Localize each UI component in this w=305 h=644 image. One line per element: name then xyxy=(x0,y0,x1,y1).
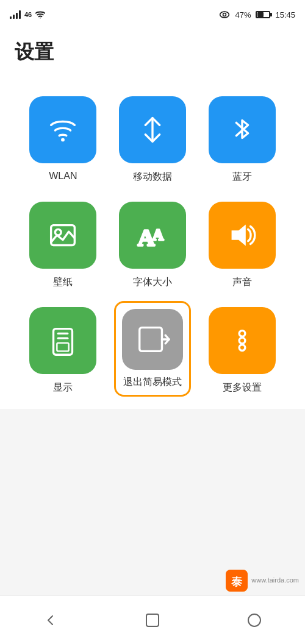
watermark: 泰 www.tairda.com xyxy=(226,570,299,592)
bottom-nav xyxy=(0,595,305,644)
display-label: 显示 xyxy=(53,381,73,394)
home-button[interactable] xyxy=(142,609,163,631)
wifi-settings-icon xyxy=(45,112,81,147)
time-display: 15:45 xyxy=(275,10,295,19)
svg-rect-14 xyxy=(140,328,162,352)
svg-point-1 xyxy=(220,12,229,18)
exit-simple-label: 退出简易模式 xyxy=(123,376,182,389)
svg-point-22 xyxy=(248,614,260,626)
settings-item-exit-simple[interactable]: 退出简易模式 xyxy=(114,301,192,397)
settings-item-wlan[interactable]: WLAN xyxy=(24,96,102,183)
battery-icon xyxy=(256,11,270,18)
sound-settings-icon xyxy=(224,218,260,253)
settings-screen: WLAN 移动数据 蓝牙 xyxy=(0,78,305,409)
display-icon-bg xyxy=(29,307,96,374)
wallpaper-label: 壁纸 xyxy=(53,276,73,289)
status-left: 46 xyxy=(10,10,45,19)
wallpaper-settings-icon xyxy=(45,218,81,253)
svg-point-3 xyxy=(61,138,65,142)
svg-point-17 xyxy=(239,338,245,344)
svg-text:A: A xyxy=(152,227,163,243)
page-title: 设置 xyxy=(15,39,290,66)
svg-point-2 xyxy=(223,13,226,16)
status-bar: 46 47% 15:45 xyxy=(0,0,305,29)
sound-icon-bg xyxy=(209,202,276,269)
eye-icon xyxy=(219,10,230,19)
display-settings-icon xyxy=(45,323,81,358)
font-icon-bg: A A xyxy=(119,202,186,269)
font-size-label: 字体大小 xyxy=(133,276,172,289)
mobile-data-icon-bg xyxy=(119,96,186,163)
svg-rect-13 xyxy=(57,343,69,352)
more-settings-icon-bg xyxy=(209,307,276,374)
page-header: 设置 xyxy=(0,29,305,78)
network-type: 46 xyxy=(24,11,32,18)
wifi-icon xyxy=(35,10,45,19)
bluetooth-label: 蓝牙 xyxy=(232,171,252,183)
bluetooth-settings-icon xyxy=(224,112,260,147)
svg-rect-21 xyxy=(146,614,159,626)
svg-marker-9 xyxy=(231,225,245,246)
svg-point-0 xyxy=(40,18,41,19)
more-settings-label: 更多设置 xyxy=(223,381,262,394)
settings-grid: WLAN 移动数据 蓝牙 xyxy=(18,96,287,397)
mobile-data-settings-icon xyxy=(135,112,170,147)
settings-item-bluetooth[interactable]: 蓝牙 xyxy=(203,96,281,183)
settings-item-sound[interactable]: 声音 xyxy=(203,202,281,289)
settings-item-wallpaper[interactable]: 壁纸 xyxy=(24,202,102,289)
mobile-data-label: 移动数据 xyxy=(133,171,172,183)
status-right: 47% 15:45 xyxy=(219,10,295,19)
settings-item-mobile-data[interactable]: 移动数据 xyxy=(114,96,192,183)
settings-item-more[interactable]: 更多设置 xyxy=(203,307,281,397)
more-settings-icon xyxy=(224,323,260,358)
svg-point-16 xyxy=(239,331,245,337)
signal-icon xyxy=(10,10,21,19)
svg-point-18 xyxy=(239,345,245,351)
svg-text:泰: 泰 xyxy=(231,576,243,588)
exit-simple-settings-icon xyxy=(135,322,170,357)
watermark-logo: 泰 xyxy=(226,570,248,592)
watermark-text: www.tairda.com xyxy=(251,576,299,585)
wlan-label: WLAN xyxy=(49,171,77,182)
battery-percent: 47% xyxy=(235,10,251,19)
settings-item-font-size[interactable]: A A 字体大小 xyxy=(114,202,192,289)
wlan-icon-bg xyxy=(29,96,96,163)
bluetooth-icon-bg xyxy=(209,96,276,163)
sound-label: 声音 xyxy=(232,276,252,289)
wallpaper-icon-bg xyxy=(29,202,96,269)
svg-point-6 xyxy=(56,229,62,235)
font-settings-icon: A A xyxy=(135,218,170,253)
exit-simple-icon-bg xyxy=(122,309,183,370)
back-button[interactable] xyxy=(40,609,62,631)
settings-item-display[interactable]: 显示 xyxy=(24,307,102,397)
recents-button[interactable] xyxy=(243,609,265,631)
